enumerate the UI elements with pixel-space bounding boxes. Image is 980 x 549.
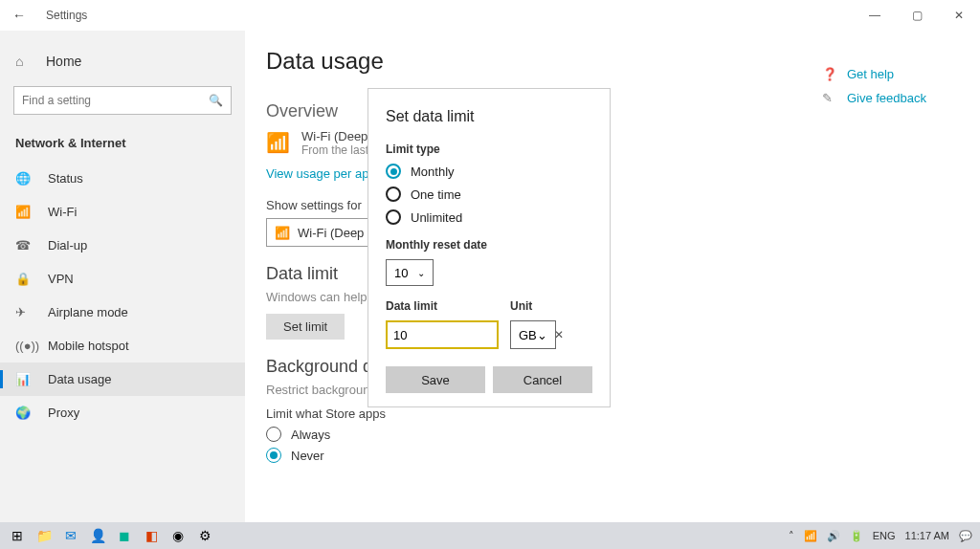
sidebar: ⌂ Home 🔍 Network & Internet 🌐 Status 📶 W… [0, 31, 245, 522]
reset-date-select[interactable]: 10 ⌄ [386, 259, 434, 286]
limit-type-label: Limit type [386, 143, 592, 156]
tray-battery-icon[interactable]: 🔋 [848, 530, 865, 542]
search-icon: 🔍 [209, 94, 223, 107]
sidebar-item-dialup[interactable]: ☎ Dial-up [0, 229, 245, 262]
radio-onetime[interactable]: One time [386, 187, 592, 202]
feedback-icon: ✎ [822, 91, 841, 105]
proxy-icon: 🌍 [15, 406, 34, 420]
sidebar-item-proxy[interactable]: 🌍 Proxy [0, 396, 245, 429]
explorer-icon[interactable]: 📁 [31, 525, 57, 546]
radio-icon [386, 164, 401, 179]
sidebar-item-datausage[interactable]: 📊 Data usage [0, 362, 245, 396]
radio-label: Always [291, 428, 330, 442]
view-usage-link[interactable]: View usage per app [266, 166, 376, 181]
radio-icon [386, 209, 401, 225]
taskbar: ⊞ 📁 ✉ 👤 ◼ ◧ ◉ ⚙ ˄ 📶 🔊 🔋 ENG 11:17 AM 💬 [0, 522, 980, 549]
cancel-button[interactable]: Cancel [493, 366, 592, 393]
airplane-icon: ✈ [15, 305, 34, 319]
help-panel: ❓ Get help ✎ Give feedback [822, 67, 926, 115]
wifi-icon: 📶 [275, 226, 290, 240]
status-icon: 🌐 [15, 171, 34, 186]
set-limit-button[interactable]: Set limit [266, 314, 345, 340]
datausage-icon: 📊 [15, 372, 34, 386]
radio-icon [266, 448, 281, 463]
taskbar-left: ⊞ 📁 ✉ 👤 ◼ ◧ ◉ ⚙ [0, 525, 218, 546]
radio-never[interactable]: Never [266, 448, 980, 463]
dialog-title: Set data limit [386, 108, 592, 125]
search-input[interactable] [22, 94, 209, 107]
tray-lang[interactable]: ENG [871, 530, 898, 541]
sidebar-item-status[interactable]: 🌐 Status [0, 162, 245, 195]
unit-label: Unit [510, 299, 556, 313]
sidebar-item-airplane[interactable]: ✈ Airplane mode [0, 296, 245, 329]
sidebar-item-vpn[interactable]: 🔒 VPN [0, 262, 245, 296]
wifi-icon: 📶 [15, 205, 34, 219]
window-title: Settings [46, 9, 87, 22]
sidebar-category: Network & Internet [0, 128, 245, 162]
save-button[interactable]: Save [386, 366, 485, 393]
sidebar-item-label: Wi-Fi [48, 205, 77, 219]
sidebar-item-label: Airplane mode [48, 305, 128, 319]
radio-label: Monthly [411, 165, 455, 179]
feedback-link[interactable]: ✎ Give feedback [822, 91, 926, 105]
sidebar-item-hotspot[interactable]: ((●)) Mobile hotspot [0, 329, 245, 362]
minimize-button[interactable]: — [854, 0, 896, 31]
back-button[interactable]: ← [0, 8, 38, 23]
office-icon[interactable]: ◧ [138, 525, 165, 546]
limit-store-label: Limit what Store apps [266, 406, 980, 421]
window-controls: — ▢ ✕ [854, 0, 980, 31]
tray-notifications-icon[interactable]: 💬 [957, 530, 974, 542]
dialog-buttons: Save Cancel [386, 366, 592, 393]
data-limit-row: Data limit ✕ Unit GB ⌄ [386, 299, 592, 349]
chevron-down-icon: ⌄ [537, 328, 547, 342]
radio-monthly[interactable]: Monthly [386, 164, 592, 179]
radio-icon [386, 187, 401, 202]
settings-icon[interactable]: ⚙ [191, 525, 218, 546]
help-icon: ❓ [822, 67, 841, 81]
radio-label: Unlimited [411, 210, 462, 225]
sidebar-item-label: VPN [48, 272, 74, 286]
tray-volume-icon[interactable]: 🔊 [825, 530, 842, 542]
sidebar-item-wifi[interactable]: 📶 Wi-Fi [0, 195, 245, 229]
set-data-limit-dialog: Set data limit Limit type Monthly One ti… [368, 88, 611, 407]
start-button[interactable]: ⊞ [4, 525, 31, 546]
sidebar-item-label: Mobile hotspot [48, 339, 129, 353]
radio-unlimited[interactable]: Unlimited [386, 209, 592, 225]
close-button[interactable]: ✕ [938, 0, 980, 31]
people-icon[interactable]: 👤 [84, 525, 111, 546]
radio-always[interactable]: Always [266, 427, 980, 442]
unit-value: GB [519, 328, 537, 342]
data-limit-input-wrap[interactable]: ✕ [386, 320, 499, 349]
home-label: Home [46, 54, 81, 69]
unit-select[interactable]: GB ⌄ [510, 320, 556, 349]
tray-wifi-icon[interactable]: 📶 [802, 530, 819, 542]
feedback-label: Give feedback [847, 91, 926, 105]
taskbar-right: ˄ 📶 🔊 🔋 ENG 11:17 AM 💬 [787, 530, 980, 542]
reset-date-label: Monthly reset date [386, 238, 592, 252]
data-limit-label: Data limit [386, 299, 499, 313]
radio-label: One time [411, 187, 461, 202]
chevron-down-icon: ⌄ [417, 268, 425, 278]
app-icon[interactable]: ◼ [111, 525, 138, 546]
get-help-link[interactable]: ❓ Get help [822, 67, 926, 81]
tray-chevron-icon[interactable]: ˄ [787, 530, 796, 542]
sidebar-item-label: Data usage [48, 372, 112, 386]
titlebar: ← Settings — ▢ ✕ [0, 0, 980, 31]
wifi-signal-icon: 📶 [266, 131, 290, 154]
chrome-icon[interactable]: ◉ [165, 525, 191, 546]
mail-icon[interactable]: ✉ [57, 525, 84, 546]
hotspot-icon: ((●)) [15, 339, 34, 353]
maximize-button[interactable]: ▢ [896, 0, 938, 31]
sidebar-item-label: Proxy [48, 406, 79, 420]
vpn-icon: 🔒 [15, 272, 34, 286]
reset-date-value: 10 [394, 266, 408, 280]
sidebar-item-label: Dial-up [48, 238, 87, 253]
radio-icon [266, 427, 281, 442]
search-box[interactable]: 🔍 [13, 86, 232, 115]
home-icon: ⌂ [15, 54, 34, 69]
sidebar-home[interactable]: ⌂ Home [0, 46, 245, 77]
dialup-icon: ☎ [15, 238, 34, 253]
tray-time[interactable]: 11:17 AM [903, 530, 951, 541]
help-label: Get help [847, 67, 894, 81]
sidebar-item-label: Status [48, 171, 83, 186]
